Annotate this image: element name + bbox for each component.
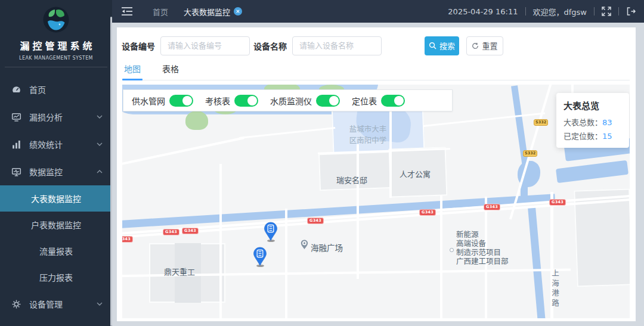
- search-button[interactable]: 搜索: [425, 36, 459, 55]
- app-title: 漏控管理系统: [0, 38, 112, 52]
- place-label-project: 新能源 高端设备 制造示范项目 广西建工项目部: [456, 230, 509, 266]
- view-tabs: 地图 表格: [122, 61, 630, 80]
- toggle-label-assessment-meter: 考核表: [205, 95, 230, 107]
- brand: 漏控管理系统 LEAK MANAGEMENT SYSTEM: [0, 0, 112, 67]
- close-icon[interactable]: [234, 7, 242, 15]
- road: [239, 127, 335, 139]
- road-badge-g343: G343: [419, 209, 436, 216]
- tab-table[interactable]: 表格: [160, 61, 181, 80]
- filter-row: 设备编号 设备名称 搜索 重置: [117, 27, 636, 55]
- tab-map[interactable]: 地图: [122, 61, 143, 80]
- sidebar-item-label: 数据监控: [29, 166, 63, 178]
- hamburger-icon: [122, 7, 132, 15]
- map-canvas[interactable]: G343 G343 G343 G343 G343 G343 G343 S332 …: [122, 85, 630, 318]
- divider: [618, 7, 619, 15]
- breadcrumb-tag-active[interactable]: 大表数据监控: [184, 6, 242, 17]
- fullscreen-button[interactable]: [602, 7, 611, 16]
- road: [389, 105, 392, 198]
- sidebar-item-leak-analysis[interactable]: 漏损分析: [0, 103, 112, 131]
- road: [357, 144, 359, 279]
- device-name-input[interactable]: [292, 36, 382, 55]
- divider: [525, 7, 526, 15]
- sidebar: 漏控管理系统 LEAK MANAGEMENT SYSTEM 首页 漏损分析 绩效…: [0, 0, 112, 326]
- sidebar-scrollbar[interactable]: [110, 17, 112, 326]
- device-number-label: 设备编号: [122, 40, 155, 52]
- sidebar-item-data-monitoring[interactable]: 数据监控: [0, 158, 112, 185]
- bar-chart-icon: [11, 139, 21, 150]
- road-badge-g343: G343: [549, 199, 566, 206]
- overview-located-value: 15: [602, 132, 612, 141]
- search-icon: [429, 42, 436, 49]
- refresh-icon: [472, 42, 479, 49]
- breadcrumb-tag-label: 大表数据监控: [184, 6, 230, 17]
- monitor-icon: [11, 167, 21, 177]
- road-badge-g343: G343: [484, 204, 500, 210]
- app-subtitle: LEAK MANAGEMENT SYSTEM: [0, 55, 112, 61]
- collapse-sidebar-button[interactable]: [122, 7, 132, 15]
- gear-icon: [11, 299, 21, 309]
- submenu-label: 户表数据监控: [31, 219, 81, 231]
- chevron-down-icon: [97, 115, 103, 119]
- fullscreen-icon: [602, 7, 611, 16]
- toggle-label-water-quality: 水质监测仪: [270, 95, 312, 107]
- device-name-label: 设备名称: [253, 40, 287, 52]
- poi-pin-icon: [301, 240, 308, 252]
- reset-button-label: 重置: [482, 40, 497, 51]
- reset-button[interactable]: 重置: [466, 36, 503, 55]
- tab-label: 表格: [162, 64, 179, 74]
- sidebar-item-label: 设备管理: [29, 298, 63, 310]
- leak-analysis-icon: [11, 112, 21, 122]
- toggle-label-pipe-network: 供水管网: [132, 95, 165, 107]
- toggle-switch-assessment-meter[interactable]: [234, 95, 258, 107]
- toggle-label-location-meter: 定位表: [352, 95, 377, 107]
- breadcrumb-tag-home[interactable]: 首页: [153, 6, 168, 17]
- sidebar-subitem-big-meter-monitoring[interactable]: 大表数据监控: [0, 185, 112, 212]
- divider: [5, 67, 107, 67]
- sidebar-subitem-household-meter-monitoring[interactable]: 户表数据监控: [0, 212, 112, 238]
- sidebar-item-system-settings[interactable]: 系统设置: [0, 318, 112, 326]
- road-badge-g343: G343: [307, 218, 324, 224]
- device-marker[interactable]: [264, 222, 278, 244]
- toggle-switch-pipe-network[interactable]: [169, 95, 193, 107]
- road-badge-g343: G343: [122, 236, 133, 243]
- road-badge-s332: S332: [523, 150, 537, 157]
- overview-row-total: 大表总数：83: [564, 116, 622, 129]
- submenu-label: 流量报表: [39, 245, 73, 257]
- sidebar-subitem-flow-report[interactable]: 流量报表: [0, 238, 112, 264]
- road-badge-g343: G343: [182, 228, 199, 234]
- overview-title: 大表总览: [564, 99, 622, 111]
- chevron-up-icon: [97, 170, 103, 173]
- sidebar-item-device-management[interactable]: 设备管理: [0, 290, 112, 318]
- sidebar-item-performance-stats[interactable]: 绩效统计: [0, 131, 112, 158]
- place-label-hairong: 海融广场: [311, 241, 343, 253]
- place-label-rencai: 人才公寓: [400, 168, 431, 179]
- sidebar-menu: 首页 漏损分析 绩效统计 数据监控 大表数据监控 户表数据监控 流量报表 压力报…: [0, 76, 112, 326]
- road: [219, 164, 222, 318]
- river: [556, 160, 628, 183]
- overview-row-located: 已定位数：15: [564, 129, 622, 143]
- poi-dot-icon: [450, 248, 454, 252]
- sidebar-item-home[interactable]: 首页: [0, 76, 112, 103]
- toggle-switch-location-meter[interactable]: [381, 95, 405, 107]
- logout-button[interactable]: [626, 7, 636, 16]
- overview-total-value: 83: [602, 118, 612, 127]
- topbar-right: 2025-04-29 16:11 欢迎您，dfgsw: [448, 6, 636, 17]
- device-number-input[interactable]: [160, 36, 250, 55]
- submenu-label: 压力报表: [39, 271, 73, 283]
- road: [423, 113, 545, 127]
- dashboard-icon: [11, 85, 21, 95]
- road-badge-g343: G343: [163, 229, 179, 235]
- content-area: 设备编号 设备名称 搜索 重置 地图 表格: [112, 23, 644, 326]
- sidebar-item-label: 漏损分析: [29, 111, 63, 123]
- search-button-label: 搜索: [439, 40, 455, 51]
- chevron-down-icon: [97, 302, 103, 306]
- green-area: [185, 111, 208, 130]
- submenu-label: 大表数据监控: [31, 193, 81, 204]
- sidebar-subitem-pressure-report[interactable]: 压力报表: [0, 264, 112, 290]
- logout-icon: [626, 7, 636, 16]
- device-marker[interactable]: [253, 247, 267, 269]
- content-panel: 设备编号 设备名称 搜索 重置 地图 表格: [117, 27, 636, 321]
- topbar: 首页 大表数据监控 2025-04-29 16:11 欢迎您，dfgsw: [112, 0, 644, 23]
- toggle-switch-water-quality[interactable]: [316, 95, 340, 107]
- place-label-school: 盐城市大丰 区南阳中学: [332, 123, 404, 145]
